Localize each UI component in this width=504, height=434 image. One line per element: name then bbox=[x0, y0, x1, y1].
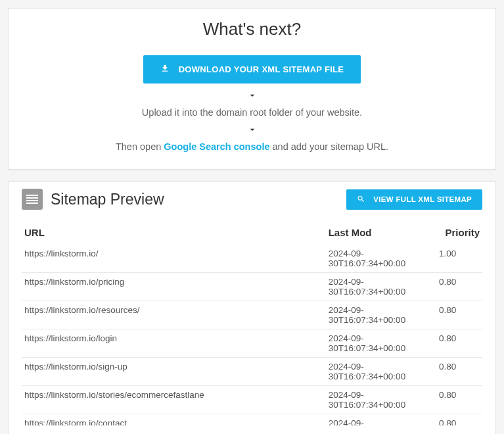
cell-lastmod: 2024-09-30T16:07:34+00:00 bbox=[326, 414, 436, 426]
sitemap-table: URL Last Mod Priority https://linkstorm.… bbox=[22, 222, 482, 425]
cell-priority: 0.80 bbox=[436, 386, 482, 414]
col-lastmod: Last Mod bbox=[326, 222, 436, 245]
chevron-down-icon bbox=[22, 90, 482, 103]
whats-next-panel: What's next? DOWNLOAD YOUR XML SITEMAP F… bbox=[8, 8, 496, 170]
google-search-console-link[interactable]: Google Search console bbox=[164, 141, 269, 152]
table-row: https://linkstorm.io/contact2024-09-30T1… bbox=[22, 414, 482, 426]
cell-priority: 1.00 bbox=[436, 245, 482, 273]
table-row: https://linkstorm.io/login2024-09-30T16:… bbox=[22, 329, 482, 358]
cell-lastmod: 2024-09-30T16:07:34+00:00 bbox=[326, 301, 436, 329]
sitemap-preview-panel: Sitemap Preview VIEW FULL XML SITEMAP UR… bbox=[8, 181, 496, 434]
chevron-down-icon bbox=[22, 124, 482, 137]
whats-next-heading: What's next? bbox=[22, 19, 482, 39]
cell-lastmod: 2024-09-30T16:07:34+00:00 bbox=[326, 329, 436, 358]
svg-rect-1 bbox=[26, 197, 38, 199]
svg-rect-2 bbox=[26, 200, 38, 201]
download-button-label: DOWNLOAD YOUR XML SITEMAP FILE bbox=[179, 64, 344, 74]
table-row: https://linkstorm.io/pricing2024-09-30T1… bbox=[22, 273, 482, 301]
cell-lastmod: 2024-09-30T16:07:34+00:00 bbox=[326, 245, 436, 273]
view-full-button-label: VIEW FULL XML SITEMAP bbox=[373, 195, 472, 203]
view-full-sitemap-button[interactable]: VIEW FULL XML SITEMAP bbox=[346, 189, 482, 210]
cell-url: https://linkstorm.io/login bbox=[22, 329, 326, 358]
sitemap-preview-title: Sitemap Preview bbox=[51, 191, 164, 208]
sitemap-table-scroll[interactable]: URL Last Mod Priority https://linkstorm.… bbox=[22, 222, 482, 425]
svg-rect-0 bbox=[26, 195, 38, 196]
cell-priority: 0.80 bbox=[436, 329, 482, 358]
instruction-text-post: and add your sitemap URL. bbox=[270, 141, 389, 152]
table-row: https://linkstorm.io/stories/ecommercefa… bbox=[22, 386, 482, 414]
cell-priority: 0.80 bbox=[436, 301, 482, 329]
table-row: https://linkstorm.io/2024-09-30T16:07:34… bbox=[22, 245, 482, 273]
instruction-text-pre: Then open bbox=[116, 141, 164, 152]
cell-lastmod: 2024-09-30T16:07:34+00:00 bbox=[326, 386, 436, 414]
svg-rect-3 bbox=[26, 203, 38, 204]
col-priority: Priority bbox=[436, 222, 482, 245]
cell-lastmod: 2024-09-30T16:07:34+00:00 bbox=[326, 358, 436, 386]
cell-url: https://linkstorm.io/stories/ecommercefa… bbox=[22, 386, 326, 414]
cell-priority: 0.80 bbox=[436, 273, 482, 301]
download-sitemap-button[interactable]: DOWNLOAD YOUR XML SITEMAP FILE bbox=[143, 55, 361, 84]
table-row: https://linkstorm.io/sign-up2024-09-30T1… bbox=[22, 358, 482, 386]
table-row: https://linkstorm.io/resources/2024-09-3… bbox=[22, 301, 482, 329]
cell-url: https://linkstorm.io/contact bbox=[22, 414, 326, 426]
cell-priority: 0.80 bbox=[436, 414, 482, 426]
cell-url: https://linkstorm.io/pricing bbox=[22, 273, 326, 301]
cell-url: https://linkstorm.io/resources/ bbox=[22, 301, 326, 329]
google-search-instruction: Then open Google Search console and add … bbox=[22, 141, 482, 152]
upload-instruction: Upload it into the domain root folder of… bbox=[22, 107, 482, 118]
cell-priority: 0.80 bbox=[436, 358, 482, 386]
list-icon bbox=[22, 189, 43, 210]
download-icon bbox=[160, 64, 170, 75]
col-url: URL bbox=[22, 222, 326, 245]
cell-url: https://linkstorm.io/sign-up bbox=[22, 358, 326, 386]
cell-lastmod: 2024-09-30T16:07:34+00:00 bbox=[326, 273, 436, 301]
magnify-icon bbox=[357, 195, 365, 205]
cell-url: https://linkstorm.io/ bbox=[22, 245, 326, 273]
